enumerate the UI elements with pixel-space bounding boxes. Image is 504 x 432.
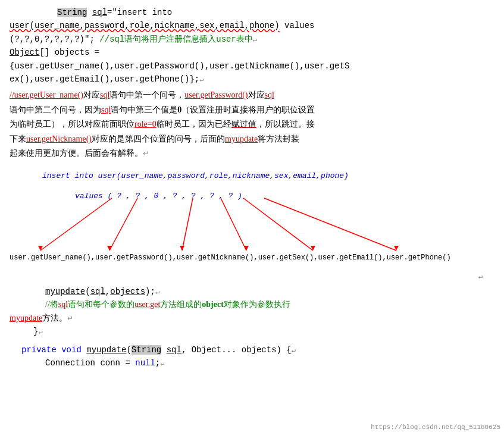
conn-line: Connection conn = null;↵	[10, 356, 494, 370]
params: (?,?,0,?,?,?,?)";	[10, 35, 99, 44]
svg-line-10	[243, 198, 313, 251]
svg-marker-7	[180, 246, 184, 251]
explanation-block: //user.getUser_name()对应sql语句中第一个问号，user.…	[10, 88, 494, 161]
equals: ="insert into	[107, 8, 172, 17]
diagram-svg: insert into user(user_name,password,role…	[10, 167, 497, 265]
object-kw: Object	[10, 48, 39, 57]
watermark: https://blog.csdn.net/qq_51180625	[367, 422, 504, 432]
code-block-top: String sql="insert into user(user_name,p…	[10, 6, 494, 86]
objects-array-2: ex(),user.getEmail(),user.getPhone()};	[10, 74, 199, 84]
svg-text:insert into user(user_name,pas: insert into user(user_name,password,role…	[42, 171, 349, 180]
comment-line-1: //user.getUser_name()对应sql语句中第一个问号，user.…	[10, 88, 494, 103]
code-line-6: ex(),user.getEmail(),user.getPhone()};↵	[10, 73, 494, 86]
closing-brace-line: }↵	[10, 325, 494, 338]
highlight-string: String	[57, 8, 87, 17]
objects-array: {user.getUser_name(),user.getPassword(),…	[10, 61, 349, 71]
values-text: values	[280, 21, 315, 30]
comment-line-5: 起来使用更加方便。后面会有解释。↵	[10, 146, 494, 161]
myupdate-call-line: myupdate(sql,objects);↵	[10, 285, 494, 298]
svg-line-2	[40, 198, 112, 251]
svg-line-6	[182, 198, 193, 251]
svg-line-12	[264, 198, 396, 251]
comment-line-2: 语句中第二个问号，因为sql语句中第三个值是0（设置注册时直接将用户的职位设置	[10, 103, 494, 118]
svg-marker-9	[244, 246, 249, 251]
code-line-1: String sql="insert into	[10, 6, 494, 19]
diagram-area: insert into user(user_name,password,role…	[10, 167, 494, 265]
myupdate-call-block: myupdate(sql,objects);↵ //将sql语句和每个参数的us…	[10, 285, 494, 325]
comment-line-3: 为临时员工），所以对应前面职位role=0临时员工，因为已经赋过值，所以跳过。接	[10, 117, 494, 132]
comment-insert: //sql语句将用户注册信息插入user表中	[99, 35, 253, 44]
main-content: String sql="insert into user(user_name,p…	[0, 0, 504, 375]
array-bracket: [] objects =	[39, 48, 99, 57]
myupdate-comment-line: //将sql语句和每个参数的user.get方法组成的object对象作为参数执…	[10, 298, 494, 311]
myupdate-comment-line2: myupdate方法。↵	[10, 312, 494, 325]
private-method-line: private void myupdate(String sql, Object…	[10, 343, 494, 356]
svg-text:user.getUser_name(),user.getPa: user.getUser_name(),user.getPassword(),u…	[10, 253, 451, 262]
comment-line-4: 下来user.getNickname()对应的是第四个位置的问号，后面的myup…	[10, 132, 494, 147]
code-line-2: user(user_name,password,role,nickname,se…	[10, 19, 494, 32]
code-line-4: Object[] objects =	[10, 46, 494, 59]
svg-line-8	[221, 198, 246, 251]
space1	[87, 8, 92, 17]
svg-text:values (    ?     ,    ?     ,: values ( ? , ? , 0 , ? , ? , ? , ? )	[75, 192, 242, 201]
return-after-diagram: ↵	[10, 271, 494, 283]
blank-line	[10, 339, 494, 343]
svg-line-4	[109, 198, 137, 251]
user-table-squiggle: user(user_name,password,role,nickname,se…	[10, 21, 280, 30]
code-line-3: (?,?,0,?,?,?,?)"; //sql语句将用户注册信息插入user表中…	[10, 33, 494, 46]
var-sql: sql	[92, 8, 107, 17]
code-line-5: {user.getUser_name(),user.getPassword(),…	[10, 60, 494, 73]
